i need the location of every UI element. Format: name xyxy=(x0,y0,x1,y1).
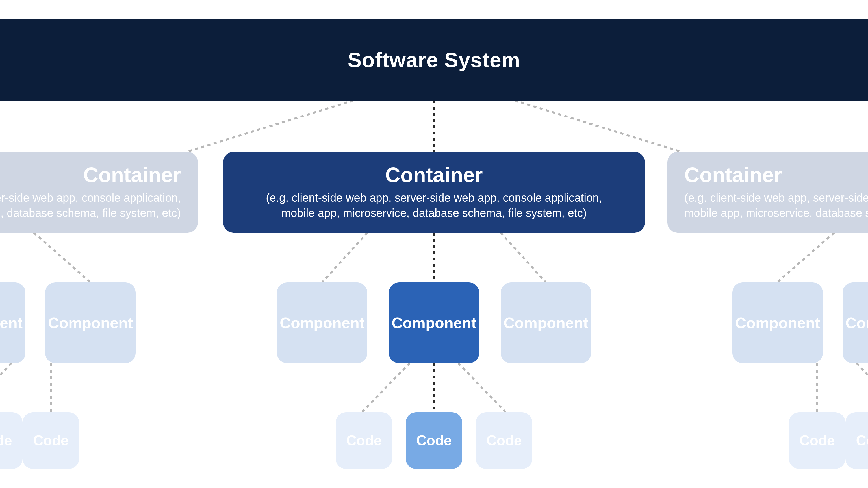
software-system-label: Software System xyxy=(347,48,520,72)
svg-line-16 xyxy=(857,363,868,412)
svg-line-8 xyxy=(777,233,834,283)
container-subtitle: (e.g. client-side web app, server-side w… xyxy=(684,190,868,221)
component-label: Component xyxy=(845,314,868,331)
svg-line-12 xyxy=(458,363,506,412)
component-label: Component xyxy=(735,314,820,331)
software-system-bar: Software System xyxy=(0,19,868,101)
container-box-center: Container (e.g. client-side web app, ser… xyxy=(223,152,645,233)
component-box-far-right-a: Component xyxy=(733,283,823,363)
code-box-far-right-a: Code xyxy=(789,412,845,469)
svg-line-2 xyxy=(515,101,682,152)
svg-line-10 xyxy=(362,363,410,412)
svg-line-14 xyxy=(0,363,11,412)
component-box-right: Component xyxy=(501,283,591,363)
svg-line-7 xyxy=(34,233,90,283)
component-box-far-left-a: Component xyxy=(0,283,25,363)
code-label: Code xyxy=(416,432,452,449)
code-label: Code xyxy=(856,432,868,449)
code-label: Code xyxy=(33,432,69,449)
component-label: Component xyxy=(0,314,23,331)
component-label: Component xyxy=(503,314,588,331)
code-label: Code xyxy=(800,432,835,449)
component-box-left: Component xyxy=(277,283,367,363)
component-label: Component xyxy=(48,314,133,331)
container-subtitle: (e.g. client-side web app, server-side w… xyxy=(0,190,181,221)
code-label: Code xyxy=(487,432,522,449)
svg-line-5 xyxy=(501,233,546,283)
container-title: Container xyxy=(684,164,782,186)
code-box-far-left-b: Code xyxy=(23,412,79,469)
component-box-far-left-b: Component xyxy=(45,283,135,363)
component-box-far-right-b: Component xyxy=(843,283,868,363)
code-box-right: Code xyxy=(476,412,532,469)
container-box-left: Container (e.g. client-side web app, ser… xyxy=(0,152,198,233)
component-label: Component xyxy=(280,314,365,331)
code-box-left: Code xyxy=(336,412,392,469)
svg-line-3 xyxy=(322,233,367,283)
code-label: Code xyxy=(0,432,12,449)
component-label: Component xyxy=(392,314,476,331)
container-box-right: Container (e.g. client-side web app, ser… xyxy=(668,152,868,233)
code-box-far-right-b: Code xyxy=(845,412,868,469)
container-title: Container xyxy=(83,164,181,186)
component-box-center: Component xyxy=(389,283,479,363)
code-label: Code xyxy=(346,432,382,449)
container-subtitle: (e.g. client-side web app, server-side w… xyxy=(266,190,602,221)
container-title: Container xyxy=(385,164,483,186)
svg-line-0 xyxy=(186,101,353,152)
code-box-far-left-a: Code xyxy=(0,412,23,469)
code-box-center: Code xyxy=(406,412,462,469)
